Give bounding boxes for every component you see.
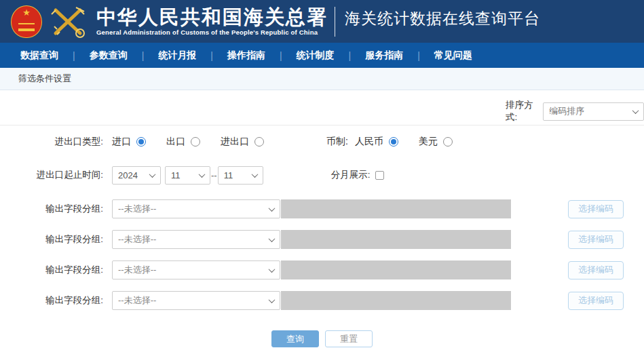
- currency-label: 币制:: [326, 136, 348, 148]
- sort-label: 排序方式:: [506, 99, 538, 123]
- monthly-display-checkbox[interactable]: [375, 171, 384, 180]
- field-group-label: 输出字段分组:: [0, 203, 112, 215]
- filter-section-bar: 筛选条件设置: [0, 68, 644, 90]
- field-group-row-2: 输出字段分组: --未选择-- 选择编码: [0, 230, 644, 249]
- date-range-row: 进出口起止时间: 2024 11 -- 11 分月展示:: [0, 166, 644, 185]
- nav-separator: |: [280, 50, 282, 61]
- reset-button[interactable]: 重置: [325, 330, 373, 347]
- sort-select-value: 编码排序: [549, 105, 584, 117]
- radio-usd[interactable]: [443, 137, 453, 147]
- filter-section-title: 筛选条件设置: [18, 73, 71, 85]
- sort-row: 排序方式: 编码排序: [0, 90, 644, 125]
- field-group-select-3[interactable]: --未选择--: [112, 260, 280, 279]
- currency-group: 币制: 人民币 美元: [326, 136, 473, 148]
- radio-import-export[interactable]: [254, 137, 264, 147]
- end-month-value: 11: [224, 170, 233, 180]
- radio-import-selected[interactable]: [136, 137, 146, 147]
- year-select-value: 2024: [118, 170, 138, 180]
- nav-separator: |: [417, 50, 420, 61]
- radio-option-import[interactable]: 进口: [112, 136, 146, 148]
- radio-export[interactable]: [191, 137, 200, 147]
- nav-item-operation-guide[interactable]: 操作指南: [227, 50, 265, 62]
- header-divider: [335, 7, 335, 37]
- radio-option-rmb[interactable]: 人民币: [355, 136, 398, 148]
- nav-item-faq[interactable]: 常见问题: [434, 50, 472, 62]
- org-title-block: 中华人民共和国海关总署 General Administration of Cu…: [96, 7, 328, 36]
- national-emblem-icon: ★: [11, 5, 42, 38]
- monthly-display-label: 分月展示:: [331, 169, 371, 181]
- chevron-down-icon: [632, 107, 639, 114]
- date-range-separator: --: [211, 170, 217, 180]
- nav-item-monthly-report[interactable]: 统计月报: [158, 50, 196, 62]
- platform-title: 海关统计数据在线查询平台: [345, 8, 540, 29]
- nav-separator: |: [210, 50, 213, 61]
- org-name-zh: 中华人民共和国海关总署: [96, 7, 328, 27]
- year-select[interactable]: 2024: [112, 166, 161, 185]
- field-group-codes-input-1[interactable]: [281, 199, 511, 218]
- monthly-display-group: 分月展示:: [331, 169, 385, 181]
- chevron-down-icon: [251, 171, 258, 178]
- field-group-label: 输出字段分组:: [0, 264, 112, 276]
- nav-item-service-guide[interactable]: 服务指南: [365, 50, 403, 62]
- chevron-down-icon: [269, 296, 276, 303]
- date-range-label: 进出口起止时间:: [0, 169, 112, 181]
- nav-separator: |: [349, 50, 352, 61]
- chevron-down-icon: [269, 205, 276, 212]
- field-group-select-2[interactable]: --未选择--: [112, 230, 280, 249]
- sort-select[interactable]: 编码排序: [543, 102, 644, 121]
- field-group-row-1: 输出字段分组: --未选择-- 选择编码: [0, 199, 644, 218]
- field-group-row-4: 输出字段分组: --未选择-- 选择编码: [0, 291, 644, 310]
- field-group-codes-input-3[interactable]: [281, 260, 511, 279]
- trade-type-label: 进出口类型:: [0, 136, 112, 148]
- radio-option-import-export[interactable]: 进出口: [221, 136, 264, 148]
- chevron-down-icon: [269, 266, 276, 273]
- select-code-button-3[interactable]: 选择编码: [568, 261, 624, 279]
- field-group-codes-input-2[interactable]: [281, 230, 511, 249]
- trade-type-row: 进出口类型: 进口 出口 进出口 币制: 人民币 美元: [0, 134, 644, 149]
- field-group-select-4[interactable]: --未选择--: [112, 291, 280, 310]
- field-group-codes-input-4[interactable]: [281, 291, 511, 310]
- start-month-select[interactable]: 11: [165, 166, 210, 185]
- radio-option-export[interactable]: 出口: [166, 136, 200, 148]
- nav-separator: |: [142, 50, 145, 61]
- end-month-select[interactable]: 11: [218, 166, 263, 185]
- nav-item-statistics-system[interactable]: 统计制度: [297, 50, 335, 62]
- radio-option-usd[interactable]: 美元: [419, 136, 453, 148]
- nav-item-param-query[interactable]: 参数查询: [90, 50, 128, 62]
- nav-item-data-query[interactable]: 数据查询: [20, 50, 58, 62]
- chevron-down-icon: [269, 235, 276, 242]
- query-button[interactable]: 查询: [271, 330, 319, 347]
- field-group-label: 输出字段分组:: [0, 294, 112, 307]
- header: ★ 中华人民共和国海关总署 General Administration of …: [0, 0, 644, 43]
- start-month-value: 11: [171, 170, 181, 180]
- select-code-button-4[interactable]: 选择编码: [568, 292, 624, 310]
- org-name-en: General Administration of Customs of the…: [96, 28, 328, 36]
- select-code-button-1[interactable]: 选择编码: [568, 200, 624, 218]
- field-group-row-3: 输出字段分组: --未选择-- 选择编码: [0, 260, 644, 279]
- nav-separator: |: [73, 50, 75, 61]
- radio-rmb-selected[interactable]: [389, 137, 398, 147]
- customs-key-icon: [49, 3, 88, 40]
- select-code-button-2[interactable]: 选择编码: [568, 231, 624, 249]
- field-group-label: 输出字段分组:: [0, 233, 112, 246]
- action-buttons: 查询 重置: [0, 330, 644, 347]
- page: ★ 中华人民共和国海关总署 General Administration of …: [0, 0, 644, 348]
- main-nav: 数据查询 | 参数查询 | 统计月报 | 操作指南 | 统计制度 | 服务指南 …: [0, 43, 644, 68]
- field-group-select-1[interactable]: --未选择--: [112, 199, 280, 218]
- chevron-down-icon: [149, 171, 156, 178]
- chevron-down-icon: [199, 171, 206, 178]
- field-group-rows: 输出字段分组: --未选择-- 选择编码 输出字段分组: --未选择-- 选择编…: [0, 199, 644, 310]
